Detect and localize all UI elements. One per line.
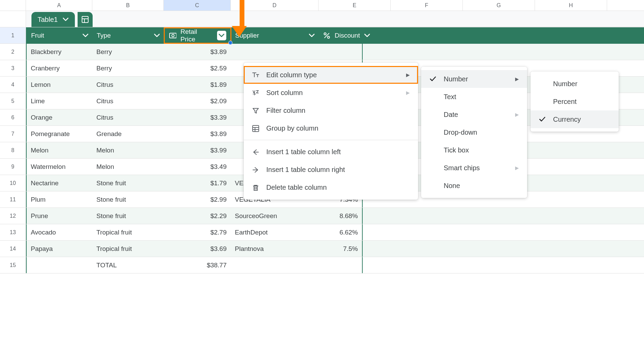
- column-menu-button[interactable]: [217, 31, 226, 40]
- table-row-total[interactable]: TOTAL $38.77: [26, 257, 644, 273]
- cell-price[interactable]: $2.09: [164, 93, 231, 109]
- cell[interactable]: [319, 257, 363, 273]
- cell-total-label[interactable]: TOTAL: [92, 257, 164, 273]
- mi-type-dropdown[interactable]: Drop-down: [421, 123, 527, 141]
- cell-type[interactable]: Grenade: [92, 126, 164, 142]
- mi-format-percent[interactable]: Percent: [531, 93, 619, 110]
- mi-insert-col-right[interactable]: Insert 1 table column right: [244, 161, 418, 178]
- mi-delete-col[interactable]: Delete table column: [244, 178, 418, 196]
- cell-fruit[interactable]: Prune: [26, 208, 92, 224]
- cell-price[interactable]: $2.59: [164, 60, 231, 76]
- row-num-15[interactable]: 15: [0, 257, 26, 273]
- row-num-8[interactable]: 8: [0, 142, 26, 159]
- mi-type-none[interactable]: None: [421, 177, 527, 195]
- row-num-2[interactable]: 2: [0, 44, 26, 60]
- cell-price[interactable]: $3.99: [164, 142, 231, 158]
- cell-price[interactable]: $3.89: [164, 126, 231, 142]
- mi-format-number[interactable]: Number: [531, 75, 619, 93]
- cell-fruit[interactable]: Melon: [26, 142, 92, 158]
- cell-supplier[interactable]: SourceoGreen: [231, 208, 319, 224]
- cell-fruit[interactable]: Pomegranate: [26, 126, 92, 142]
- mi-group-by-column[interactable]: Group by column: [244, 119, 418, 137]
- cell-fruit[interactable]: Nectarine: [26, 175, 92, 191]
- cell-price[interactable]: $2.29: [164, 208, 231, 224]
- row-num-7[interactable]: 7: [0, 126, 26, 142]
- cell-fruit[interactable]: Cranberry: [26, 60, 92, 76]
- mi-type-text[interactable]: Text: [421, 88, 527, 106]
- row-num-10[interactable]: 10: [0, 175, 26, 191]
- cell-price[interactable]: $3.89: [164, 44, 231, 60]
- cell-supplier[interactable]: [231, 44, 319, 60]
- table-row[interactable]: BlackberryBerry$3.89: [26, 44, 644, 60]
- row-num-6[interactable]: 6: [0, 109, 26, 126]
- row-num-12[interactable]: 12: [0, 208, 26, 224]
- mi-type-smart-chips[interactable]: Smart chips ▶: [421, 159, 527, 177]
- mi-type-date[interactable]: Date ▶: [421, 106, 527, 123]
- cell[interactable]: [231, 257, 319, 273]
- th-fruit[interactable]: Fruit: [26, 28, 93, 43]
- col-header-H[interactable]: H: [535, 0, 607, 11]
- cell-supplier[interactable]: EarthDepot: [231, 224, 319, 240]
- cell-price[interactable]: $3.69: [164, 241, 231, 257]
- cell-discount[interactable]: [319, 44, 363, 60]
- row-num-1[interactable]: 1: [0, 27, 26, 44]
- cell-discount[interactable]: 7.5%: [319, 241, 363, 257]
- row-num-3[interactable]: 3: [0, 60, 26, 77]
- cell-fruit[interactable]: Orange: [26, 109, 92, 125]
- cell-fruit[interactable]: Plum: [26, 191, 92, 208]
- table-row[interactable]: AvocadoTropical fruit$2.79EarthDepot6.62…: [26, 224, 644, 241]
- cell-type[interactable]: Tropical fruit: [92, 224, 164, 240]
- row-num-11[interactable]: 11: [0, 191, 26, 208]
- row-num-13[interactable]: 13: [0, 224, 26, 241]
- table-row[interactable]: PapayaTropical fruit$3.69Plantnova7.5%: [26, 241, 644, 257]
- cell-total-value[interactable]: $38.77: [164, 257, 231, 273]
- cell-type[interactable]: Stone fruit: [92, 208, 164, 224]
- row-num-14[interactable]: 14: [0, 241, 26, 257]
- cell-discount[interactable]: 8.68%: [319, 208, 363, 224]
- col-header-G[interactable]: G: [463, 0, 535, 11]
- cell[interactable]: [26, 257, 92, 273]
- col-header-F[interactable]: F: [391, 0, 463, 11]
- col-header-A[interactable]: A: [26, 0, 92, 11]
- cell-type[interactable]: Citrus: [92, 93, 164, 109]
- th-discount[interactable]: Discount: [319, 28, 363, 43]
- cell-price[interactable]: $3.49: [164, 159, 231, 175]
- table-name-tab[interactable]: Table1: [31, 12, 75, 27]
- row-num-4[interactable]: 4: [0, 77, 26, 93]
- cell-fruit[interactable]: Watermelon: [26, 159, 92, 175]
- cell-type[interactable]: Berry: [92, 44, 164, 60]
- mi-edit-column-type[interactable]: Edit column type ▶: [244, 66, 418, 84]
- cell-discount[interactable]: 6.62%: [319, 224, 363, 240]
- chevron-down-icon[interactable]: [364, 32, 370, 39]
- row-num-blank[interactable]: [0, 11, 26, 27]
- select-all-corner[interactable]: [0, 0, 26, 11]
- cell-type[interactable]: Stone fruit: [92, 191, 164, 208]
- cell-supplier[interactable]: Plantnova: [231, 241, 319, 257]
- cell-price[interactable]: $1.89: [164, 77, 231, 93]
- cell-price[interactable]: $3.39: [164, 109, 231, 125]
- table-name-chevron-icon[interactable]: [63, 16, 69, 23]
- mi-format-currency[interactable]: Currency: [531, 110, 619, 128]
- col-header-B[interactable]: B: [92, 0, 164, 11]
- th-type[interactable]: Type: [93, 28, 164, 43]
- cell-type[interactable]: Tropical fruit: [92, 241, 164, 257]
- mi-type-number[interactable]: Number ▶: [421, 70, 527, 88]
- th-retail-price[interactable]: Retail Price: [164, 28, 231, 43]
- cell-type[interactable]: Stone fruit: [92, 175, 164, 191]
- cell-price[interactable]: $2.99: [164, 191, 231, 208]
- table-view-icon[interactable]: [78, 12, 93, 27]
- table-row[interactable]: PruneStone fruit$2.29SourceoGreen8.68%: [26, 208, 644, 224]
- cell-type[interactable]: Berry: [92, 60, 164, 76]
- cell-fruit[interactable]: Lime: [26, 93, 92, 109]
- chevron-down-icon[interactable]: [154, 32, 160, 39]
- cell-type[interactable]: Citrus: [92, 109, 164, 125]
- chevron-down-icon[interactable]: [82, 32, 89, 39]
- col-header-E[interactable]: E: [319, 0, 391, 11]
- cell-price[interactable]: $2.79: [164, 224, 231, 240]
- cell-price[interactable]: $1.79: [164, 175, 231, 191]
- cell-fruit[interactable]: Avocado: [26, 224, 92, 240]
- col-header-C[interactable]: C: [164, 0, 231, 11]
- mi-type-tickbox[interactable]: Tick box: [421, 141, 527, 159]
- chevron-down-icon[interactable]: [309, 32, 315, 39]
- row-num-5[interactable]: 5: [0, 93, 26, 109]
